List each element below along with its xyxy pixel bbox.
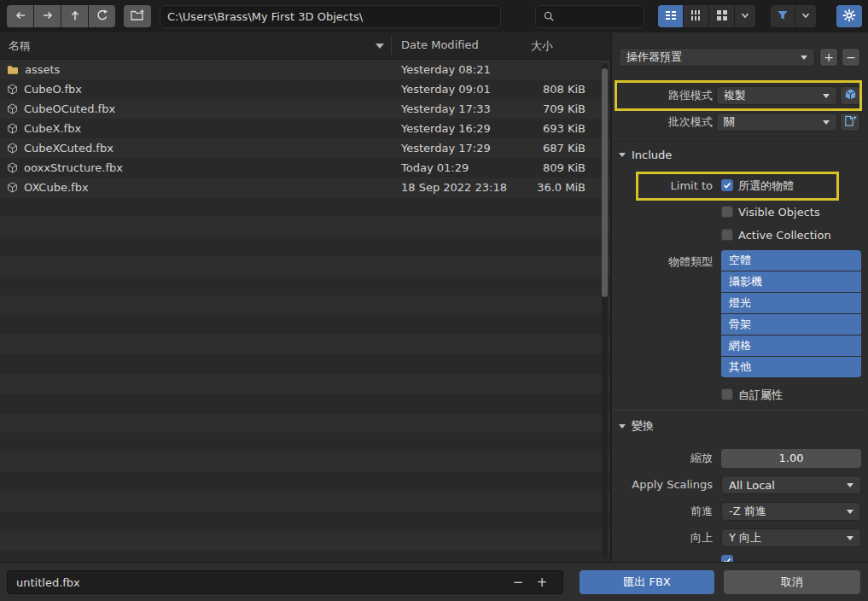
forward-button[interactable]: [34, 5, 61, 27]
include-section-header[interactable]: Include: [619, 147, 672, 162]
object-type-button-2[interactable]: 攝影機: [721, 271, 861, 292]
column-header-size[interactable]: 大小: [531, 38, 553, 54]
forward-axis-dropdown[interactable]: -Z 前進: [721, 502, 861, 521]
settings-toggle-button[interactable]: [836, 5, 862, 27]
collapse-arrow-icon: [619, 153, 626, 157]
empty-row: [0, 295, 610, 315]
remove-preset-button[interactable]: −: [842, 48, 860, 67]
scale-number-field[interactable]: 1.00: [721, 449, 861, 468]
limit-to-label: Limit to: [612, 177, 713, 195]
filter-group: [771, 5, 816, 27]
object-type-button-5[interactable]: 網格: [721, 336, 861, 356]
selected-objects-label: 所選的物體: [738, 177, 794, 195]
chevron-down-icon: [823, 94, 830, 98]
up-axis-dropdown[interactable]: Y 向上: [721, 528, 861, 547]
display-vertical-list-button[interactable]: [658, 5, 683, 27]
file-date: 18 Sep 2022 23:18: [401, 178, 507, 197]
active-collection-checkbox[interactable]: [721, 229, 733, 241]
filename-decrement-button[interactable]: −: [506, 575, 530, 590]
new-folder-icon: [130, 9, 145, 25]
chevron-down-icon: [823, 120, 830, 125]
include-section-title: Include: [632, 149, 672, 161]
selected-objects-checkbox[interactable]: [721, 179, 733, 191]
section-separator: [612, 141, 866, 142]
search-input[interactable]: [561, 10, 637, 23]
empty-row: [0, 452, 610, 472]
path-mode-dropdown[interactable]: 複製: [716, 86, 837, 105]
file-name: CubeO.fbx: [24, 83, 82, 96]
table-row[interactable]: assetsYesterday 08:21: [0, 60, 610, 79]
empty-row: [0, 276, 610, 295]
object-types-label: 物體類型: [612, 253, 713, 271]
column-header-name[interactable]: 名稱: [9, 38, 31, 54]
display-settings-dropdown-button[interactable]: [735, 5, 755, 27]
object-type-button-3[interactable]: 燈光: [721, 293, 861, 313]
cancel-button[interactable]: 取消: [724, 570, 860, 594]
table-row[interactable]: CubeXCuted.fbxYesterday 17:29687 KiB: [0, 138, 610, 158]
batch-own-dir-button[interactable]: [840, 113, 860, 131]
table-row[interactable]: CubeO.fbxYesterday 09:01808 KiB: [0, 79, 610, 99]
up-arrow-icon: [68, 9, 82, 25]
column-header-row: 名稱 Date Modified 大小: [0, 32, 610, 60]
table-row[interactable]: CubeX.fbxYesterday 16:29693 KiB: [0, 119, 610, 138]
forward-axis-value: -Z 前進: [729, 504, 766, 519]
file-list-scrollbar-thumb[interactable]: [602, 68, 608, 297]
path-mode-label: 路徑模式: [612, 86, 713, 105]
filename-increment-button[interactable]: +: [530, 575, 554, 590]
object-file-icon: [7, 143, 18, 154]
back-button[interactable]: [7, 5, 33, 27]
filename-field: − +: [7, 570, 563, 594]
chevron-down-icon: [740, 10, 750, 23]
table-row[interactable]: CubeOCuted.fbxYesterday 17:33709 KiB: [0, 99, 610, 119]
horizontal-list-icon: [690, 9, 702, 24]
filter-toggle-button[interactable]: [771, 5, 795, 27]
transform-section-header[interactable]: 變換: [619, 418, 654, 434]
visible-objects-label: Visible Objects: [738, 203, 820, 222]
file-plus-icon: [843, 114, 857, 130]
embed-textures-button[interactable]: [840, 86, 860, 105]
filename-input[interactable]: [16, 576, 506, 589]
custom-properties-checkbox[interactable]: [721, 388, 733, 400]
object-type-button-6[interactable]: 其他: [721, 357, 861, 377]
filter-settings-dropdown-button[interactable]: [795, 5, 816, 27]
batch-mode-dropdown[interactable]: 關: [716, 113, 837, 131]
file-size: 808 KiB: [504, 79, 585, 99]
partial-checkbox[interactable]: [721, 555, 733, 562]
empty-row: [0, 354, 610, 374]
column-header-date-modified[interactable]: Date Modified: [401, 38, 479, 51]
visible-objects-checkbox[interactable]: [721, 206, 733, 218]
empty-row: [0, 197, 610, 217]
create-directory-button[interactable]: [124, 5, 151, 27]
section-separator: [612, 410, 866, 411]
empty-row: [0, 315, 610, 335]
chevron-down-icon: [801, 10, 811, 23]
empty-row: [0, 236, 610, 256]
file-size: 809 KiB: [504, 158, 585, 178]
gear-icon: [842, 9, 856, 25]
column-divider: [391, 37, 392, 55]
add-preset-button[interactable]: +: [819, 48, 838, 67]
export-fbx-button[interactable]: 匯出 FBX: [580, 570, 714, 594]
refresh-button[interactable]: [89, 5, 115, 27]
collapse-arrow-icon: [619, 424, 626, 429]
object-type-button-1[interactable]: 空體: [721, 250, 861, 271]
display-thumbnails-button[interactable]: [709, 5, 734, 27]
apply-scalings-dropdown[interactable]: All Local: [721, 476, 861, 494]
object-file-icon: [7, 123, 18, 134]
parent-directory-button[interactable]: [61, 5, 88, 27]
chevron-down-icon: [801, 55, 807, 60]
file-date: Yesterday 17:33: [401, 99, 491, 119]
folder-icon: [7, 65, 19, 75]
operator-presets-dropdown[interactable]: 操作器預置: [619, 48, 815, 67]
custom-properties-label: 自訂屬性: [738, 386, 783, 405]
table-row[interactable]: OXCube.fbx18 Sep 2022 23:1836.0 MiB: [0, 178, 610, 197]
display-horizontal-list-button[interactable]: [684, 5, 708, 27]
table-row[interactable]: ooxxStructure.fbxToday 01:29809 KiB: [0, 158, 610, 178]
file-name: CubeOCuted.fbx: [24, 102, 115, 115]
search-icon: [543, 10, 555, 22]
thumbnails-grid-icon: [716, 9, 728, 24]
chevron-down-icon: [847, 536, 853, 540]
empty-row: [0, 374, 610, 394]
path-input[interactable]: [167, 10, 493, 23]
object-type-button-4[interactable]: 骨架: [721, 314, 861, 335]
